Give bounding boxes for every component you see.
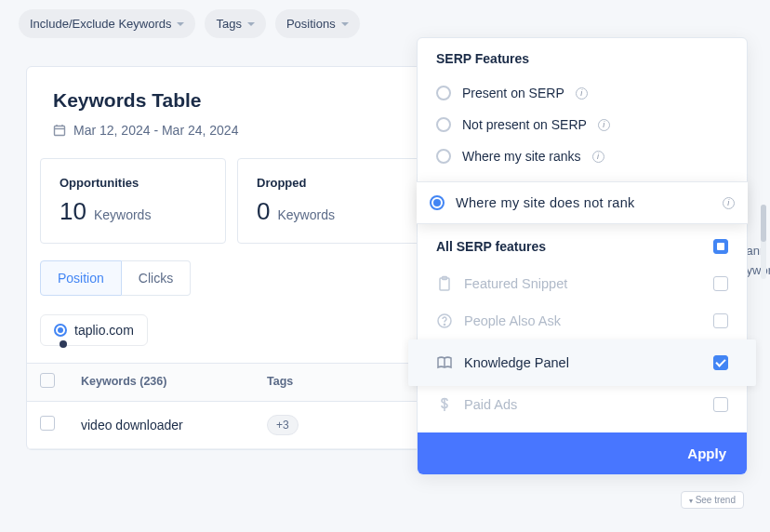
- scrollbar[interactable]: [761, 205, 766, 279]
- info-icon[interactable]: i: [598, 119, 610, 131]
- partial-text-behind: ann ywor: [747, 244, 770, 277]
- feature-label: Featured Snippet: [464, 276, 702, 291]
- row-check-cell: [27, 405, 68, 446]
- filter-label: Tags: [216, 17, 241, 31]
- radio-list: Present on SERP i Not present on SERP i …: [418, 73, 747, 180]
- stat-number: 10: [60, 197, 86, 226]
- question-circle-icon: [436, 313, 453, 329]
- all-features-label: All SERP features: [436, 239, 546, 254]
- radio-present-on-serp[interactable]: Present on SERP i: [436, 77, 728, 109]
- radio-selected-icon: [430, 195, 445, 210]
- tag-badge[interactable]: +3: [267, 415, 299, 435]
- radio-label: Where my site does not rank: [456, 195, 711, 210]
- partial-text-line: ann: [747, 244, 770, 258]
- radio-label: Present on SERP: [462, 86, 564, 100]
- row-checkbox[interactable]: [40, 416, 55, 431]
- filter-tags[interactable]: Tags: [205, 9, 265, 38]
- radio-icon: [436, 117, 451, 132]
- partial-text-line: ywor: [747, 263, 770, 277]
- clipboard-icon: [436, 275, 453, 292]
- filter-label: Include/Exclude Keywords: [30, 17, 171, 31]
- info-icon[interactable]: i: [592, 151, 604, 163]
- calendar-icon: [53, 124, 66, 137]
- chevron-down-icon: [341, 22, 349, 26]
- cell-tags: +3: [254, 402, 384, 448]
- serp-features-dropdown: SERP Features Present on SERP i Not pres…: [417, 37, 748, 475]
- chevron-down-icon: [177, 22, 184, 26]
- feature-label: People Also Ask: [464, 313, 702, 328]
- filter-include-exclude[interactable]: Include/Exclude Keywords: [19, 9, 195, 38]
- chevron-down-icon: [247, 22, 255, 26]
- date-range-text: Mar 12, 2024 - Mar 24, 2024: [73, 123, 238, 138]
- col-header-keywords[interactable]: Keywords (236): [68, 364, 254, 401]
- apply-button[interactable]: Apply: [418, 432, 747, 474]
- select-all-cell: [27, 364, 68, 401]
- feature-checkbox[interactable]: [713, 355, 728, 370]
- radio-not-present-on-serp[interactable]: Not present on SERP i: [436, 109, 728, 140]
- stat-sublabel: Keywords: [94, 207, 151, 222]
- radio-where-site-does-not-rank[interactable]: Where my site does not rank i: [417, 181, 748, 224]
- feature-list: Featured Snippet People Also Ask Knowled…: [418, 261, 747, 432]
- radio-where-site-ranks[interactable]: Where my site ranks i: [436, 140, 728, 172]
- tab-position[interactable]: Position: [40, 260, 122, 296]
- select-all-checkbox[interactable]: [40, 373, 55, 388]
- feature-checkbox[interactable]: [713, 313, 728, 328]
- feature-featured-snippet[interactable]: Featured Snippet: [436, 265, 728, 302]
- radio-selected-icon: [54, 324, 67, 337]
- filter-label: Positions: [286, 17, 336, 31]
- svg-rect-0: [55, 126, 65, 136]
- stat-label: Dropped: [257, 176, 404, 190]
- radio-label: Where my site ranks: [462, 149, 581, 164]
- dropdown-header: SERP Features: [418, 38, 747, 73]
- feature-paid-ads[interactable]: Paid Ads: [436, 386, 728, 423]
- tab-clicks[interactable]: Clicks: [122, 260, 191, 296]
- feature-people-also-ask[interactable]: People Also Ask: [436, 302, 728, 339]
- info-icon[interactable]: i: [576, 87, 588, 100]
- indicator-dot-icon: [60, 340, 67, 348]
- info-icon[interactable]: i: [723, 197, 735, 209]
- feature-checkbox[interactable]: [713, 397, 728, 412]
- domain-label: taplio.com: [74, 323, 134, 338]
- feature-label: Paid Ads: [464, 397, 702, 412]
- radio-label: Not present on SERP: [462, 117, 587, 132]
- radio-icon: [436, 149, 451, 164]
- all-features-checkbox[interactable]: [713, 239, 728, 254]
- svg-point-7: [444, 324, 445, 325]
- domain-chip[interactable]: taplio.com: [40, 314, 148, 346]
- book-icon: [436, 354, 453, 371]
- see-trend-label: See trend: [696, 495, 736, 505]
- stat-opportunities: Opportunities 10 Keywords: [40, 158, 226, 244]
- stat-dropped: Dropped 0 Keywords: [237, 158, 423, 244]
- filter-positions[interactable]: Positions: [275, 9, 360, 38]
- dollar-icon: [436, 396, 453, 413]
- dropdown-title: SERP Features: [436, 51, 728, 66]
- stat-number: 0: [257, 197, 270, 226]
- scrollbar-thumb[interactable]: [761, 205, 766, 242]
- stat-label: Opportunities: [60, 176, 206, 190]
- stat-sublabel: Keywords: [277, 207, 334, 222]
- cell-keyword: video downloader: [68, 405, 254, 446]
- all-features-header: All SERP features: [418, 226, 747, 261]
- feature-checkbox[interactable]: [713, 276, 728, 291]
- see-trend-button[interactable]: ▾ See trend: [681, 491, 744, 509]
- feature-knowledge-panel[interactable]: Knowledge Panel: [408, 339, 756, 386]
- feature-label: Knowledge Panel: [464, 355, 702, 370]
- col-header-tags[interactable]: Tags: [254, 364, 384, 401]
- radio-icon: [436, 86, 451, 100]
